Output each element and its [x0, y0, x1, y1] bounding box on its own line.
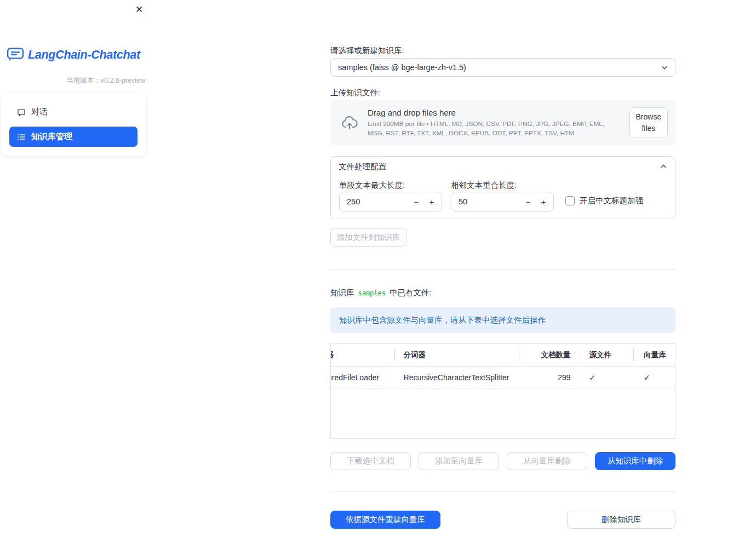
- overlap-size-decrement-button[interactable]: −: [520, 192, 536, 211]
- cell-vector-check[interactable]: ✓: [633, 367, 675, 388]
- cell-source-check[interactable]: ✓: [581, 367, 633, 388]
- add-files-to-kb-button[interactable]: 添加文件到知识库: [330, 228, 406, 247]
- table-header-docs-count[interactable]: 文档数量: [519, 344, 581, 366]
- expander-title: 文件处理配置: [339, 162, 386, 172]
- chevron-up-icon: [660, 163, 667, 170]
- upload-cloud-icon: [340, 114, 359, 131]
- chat-icon: [17, 108, 26, 117]
- overlap-size-increment-button[interactable]: +: [536, 192, 551, 211]
- kb-select-label: 请选择或新建知识库:: [330, 45, 404, 56]
- dropzone-text: Drag and drop files here Limit 200MB per…: [368, 108, 621, 138]
- info-alert: 知识库中包含源文件与向量库，请从下表中选择文件后操作: [330, 307, 675, 333]
- delete-kb-button[interactable]: 删除知识库: [567, 511, 675, 529]
- sidebar-item-knowledge-base[interactable]: 知识库管理: [9, 127, 138, 147]
- menu-item-label: 知识库管理: [31, 131, 72, 142]
- overlap-size-label: 相邻文本重合长度:: [451, 180, 517, 191]
- kb-name-code: samples: [358, 289, 386, 297]
- kb-files-prefix: 知识库: [330, 288, 354, 298]
- dropzone-title: Drag and drop files here: [368, 108, 621, 117]
- browse-files-button[interactable]: Browse files: [629, 107, 668, 138]
- table-header-vector-store[interactable]: 向量库: [633, 344, 675, 366]
- file-config-expander: 文件处理配置 单段文本最大长度: 相邻文本重合长度: 250 − + 50 − …: [330, 156, 675, 219]
- rebuild-vector-store-button[interactable]: 依据源文件重建向量库: [330, 511, 440, 529]
- table-row[interactable]: uredFileLoader RecursiveCharacterTextSpl…: [331, 367, 675, 388]
- chevron-down-icon: [661, 64, 668, 71]
- files-table: 器 分词器 文档数量 源文件 向量库 uredFileLoader Recurs…: [330, 343, 675, 439]
- download-selected-button[interactable]: 下载选中文档: [330, 452, 411, 470]
- kb-files-heading: 知识库 samples 中已有文件:: [330, 288, 432, 298]
- zh-title-enhance-checkbox[interactable]: 开启中文标题加强: [565, 196, 643, 206]
- upload-files-label: 上传知识文件:: [330, 88, 380, 98]
- table-header-row: 器 分词器 文档数量 源文件 向量库: [331, 344, 675, 367]
- app-logo: LangChain-Chatchat: [7, 47, 140, 62]
- check-icon: ✓: [589, 373, 595, 382]
- table-header-splitter[interactable]: 分词器: [394, 344, 519, 366]
- menu-item-label: 对话: [31, 107, 48, 117]
- file-dropzone[interactable]: Drag and drop files here Limit 200MB per…: [330, 100, 675, 146]
- chunk-size-decrement-button[interactable]: −: [409, 192, 424, 211]
- checkbox-label: 开启中文标题加强: [580, 196, 643, 206]
- table-header-source-file[interactable]: 源文件: [581, 344, 633, 366]
- list-icon: [17, 133, 26, 141]
- chunk-size-label: 单段文本最大长度:: [339, 180, 405, 191]
- chunk-size-increment-button[interactable]: +: [424, 192, 439, 211]
- logo-text: LangChain-Chatchat: [28, 48, 140, 62]
- delete-from-vector-store-button[interactable]: 从向量库删除: [507, 452, 587, 470]
- close-icon[interactable]: ✕: [135, 4, 143, 15]
- sidebar-item-dialogue[interactable]: 对话: [9, 102, 138, 122]
- kb-select-value: samples (faiss @ bge-large-zh-v1.5): [338, 63, 466, 72]
- divider: [330, 491, 675, 492]
- divider: [330, 269, 675, 270]
- cell-loader[interactable]: uredFileLoader: [331, 367, 394, 388]
- chunk-size-input[interactable]: 250 − +: [339, 192, 442, 211]
- kb-select[interactable]: samples (faiss @ bge-large-zh-v1.5): [330, 58, 675, 77]
- main-content: 请选择或新建知识库: samples (faiss @ bge-large-zh…: [330, 0, 675, 549]
- overlap-size-value: 50: [459, 197, 520, 206]
- add-to-vector-store-button[interactable]: 添加至向量库: [419, 452, 499, 470]
- cell-docs-count[interactable]: 299: [519, 367, 581, 388]
- version-label: 当前版本：v0.2.6-preview: [66, 76, 145, 85]
- overlap-size-input[interactable]: 50 − +: [451, 192, 554, 211]
- chunk-size-value: 250: [347, 197, 409, 206]
- expander-header[interactable]: 文件处理配置: [331, 157, 675, 176]
- table-header-loader[interactable]: 器: [331, 344, 394, 366]
- delete-from-kb-button[interactable]: 从知识库中删除: [595, 452, 675, 470]
- file-actions: 下载选中文档 添加至向量库 从向量库删除 从知识库中删除: [330, 452, 675, 470]
- check-icon: ✓: [644, 373, 650, 382]
- checkbox-box[interactable]: [565, 196, 575, 205]
- cell-splitter[interactable]: RecursiveCharacterTextSplitter: [394, 367, 519, 388]
- logo-chat-icon: [7, 47, 24, 62]
- sidebar-menu: 对话 知识库管理: [1, 93, 146, 156]
- sidebar: ✕ LangChain-Chatchat 当前版本：v0.2.6-preview…: [0, 0, 153, 549]
- kb-files-suffix: 中已有文件:: [390, 288, 432, 298]
- dropzone-limit: Limit 200MB per file • HTML, MD, JSON, C…: [368, 119, 621, 138]
